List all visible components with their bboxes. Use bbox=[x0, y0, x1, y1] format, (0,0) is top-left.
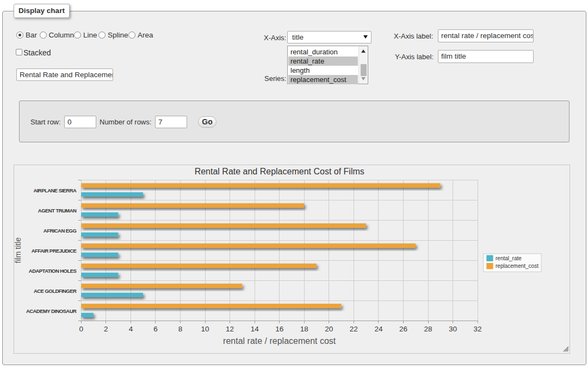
svg-text:film title: film title bbox=[14, 237, 22, 264]
svg-text:replacement_cost: replacement_cost bbox=[496, 263, 539, 269]
svg-text:14: 14 bbox=[251, 325, 259, 333]
svg-text:AFRICAN EGG: AFRICAN EGG bbox=[44, 228, 77, 234]
svg-text:32: 32 bbox=[474, 325, 482, 333]
svg-text:24: 24 bbox=[374, 325, 383, 333]
svg-text:28: 28 bbox=[424, 325, 432, 333]
svg-text:8: 8 bbox=[178, 325, 183, 333]
svg-text:ACE GOLDFINGER: ACE GOLDFINGER bbox=[34, 288, 77, 294]
svg-text:20: 20 bbox=[325, 325, 333, 333]
svg-text:6: 6 bbox=[153, 325, 158, 333]
svg-text:2: 2 bbox=[104, 325, 108, 333]
svg-text:ADAPTATION HOLES: ADAPTATION HOLES bbox=[29, 268, 77, 274]
svg-text:30: 30 bbox=[449, 325, 457, 333]
svg-text:18: 18 bbox=[300, 325, 308, 333]
svg-text:rental rate / replacement cost: rental rate / replacement cost bbox=[223, 336, 336, 346]
svg-text:rental_rate: rental_rate bbox=[496, 255, 522, 261]
svg-text:22: 22 bbox=[350, 325, 358, 333]
svg-text:10: 10 bbox=[201, 325, 209, 333]
svg-text:Rental Rate and Replacement Co: Rental Rate and Replacement Cost of Film… bbox=[195, 167, 364, 176]
svg-text:AIRPLANE SIERRA: AIRPLANE SIERRA bbox=[33, 187, 77, 193]
svg-text:AGENT TRUMAN: AGENT TRUMAN bbox=[38, 208, 77, 214]
svg-text:ACADEMY DINOSAUR: ACADEMY DINOSAUR bbox=[26, 308, 77, 314]
svg-text:AFFAIR PREJUDICE: AFFAIR PREJUDICE bbox=[32, 248, 77, 254]
svg-text:16: 16 bbox=[275, 325, 283, 333]
svg-text:12: 12 bbox=[226, 325, 234, 333]
svg-text:0: 0 bbox=[79, 325, 84, 333]
svg-text:26: 26 bbox=[399, 325, 407, 333]
svg-text:4: 4 bbox=[129, 325, 133, 333]
